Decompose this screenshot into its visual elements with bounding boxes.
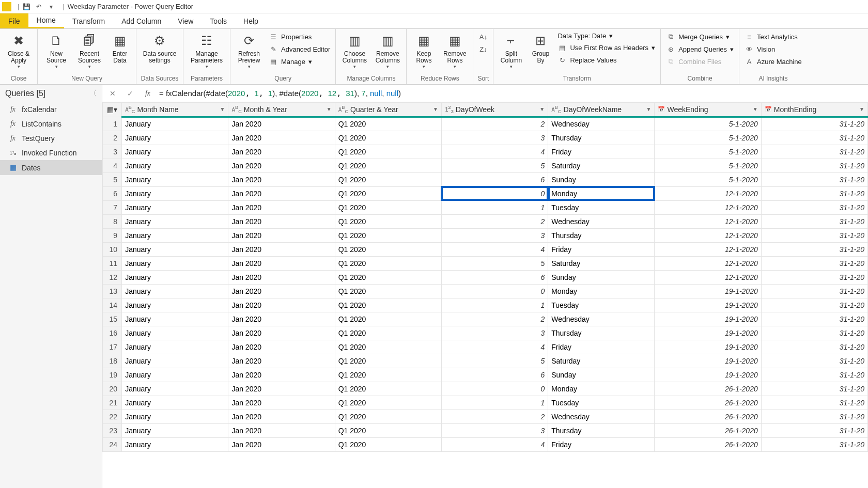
cell-down[interactable]: Wednesday bbox=[548, 214, 655, 228]
cell-monthyear[interactable]: Jan 2020 bbox=[228, 145, 335, 159]
cell-monthending[interactable]: 31-1-20 bbox=[761, 200, 867, 214]
sidebar-item-fxcalendar[interactable]: fxfxCalendar bbox=[0, 102, 102, 117]
cell-dow[interactable]: 4 bbox=[441, 145, 548, 159]
cell-monthyear[interactable]: Jan 2020 bbox=[228, 256, 335, 270]
tab-home[interactable]: Home bbox=[28, 13, 64, 28]
cell-monthending[interactable]: 31-1-20 bbox=[761, 298, 867, 312]
cell-dow[interactable]: 5 bbox=[441, 354, 548, 368]
cell-down[interactable]: Thursday bbox=[548, 228, 655, 242]
keep-rows-button[interactable]: ▦ KeepRows ▾ bbox=[410, 30, 438, 71]
cell-qy[interactable]: Q1 2020 bbox=[335, 423, 441, 437]
cell-monthyear[interactable]: Jan 2020 bbox=[228, 368, 335, 382]
cell-monthending[interactable]: 31-1-20 bbox=[761, 214, 867, 228]
cell-down[interactable]: Saturday bbox=[548, 159, 655, 172]
sidebar-item-dates[interactable]: ▦Dates bbox=[0, 160, 102, 175]
table-row[interactable]: 19JanuaryJan 2020Q1 20206Sunday19-1-2020… bbox=[103, 368, 868, 382]
cell-down[interactable]: Saturday bbox=[548, 354, 655, 368]
cell-monthname[interactable]: January bbox=[122, 214, 228, 228]
cell-weekending[interactable]: 5-1-2020 bbox=[655, 131, 761, 145]
table-row[interactable]: 17JanuaryJan 2020Q1 20204Friday19-1-2020… bbox=[103, 340, 868, 354]
data-source-settings-button[interactable]: ⚙ Data sourcesettings bbox=[140, 30, 180, 66]
cell-dow[interactable]: 4 bbox=[441, 437, 548, 451]
cell-weekending[interactable]: 12-1-2020 bbox=[655, 214, 761, 228]
remove-columns-button[interactable]: ▥ RemoveColumns ▾ bbox=[372, 30, 403, 71]
cell-qy[interactable]: Q1 2020 bbox=[335, 172, 441, 186]
tab-view[interactable]: View bbox=[169, 13, 202, 28]
datatype-icon[interactable]: ABC bbox=[338, 105, 348, 114]
cell-dow[interactable]: 3 bbox=[441, 131, 548, 145]
table-row[interactable]: 10JanuaryJan 2020Q1 20204Friday12-1-2020… bbox=[103, 242, 868, 256]
cell-dow[interactable]: 4 bbox=[441, 340, 548, 354]
cell-weekending[interactable]: 12-1-2020 bbox=[655, 270, 761, 284]
cell-down[interactable]: Sunday bbox=[548, 270, 655, 284]
cell-monthname[interactable]: January bbox=[122, 228, 228, 242]
cell-monthname[interactable]: January bbox=[122, 200, 228, 214]
row-number[interactable]: 11 bbox=[103, 256, 122, 270]
save-icon[interactable]: 💾 bbox=[22, 3, 30, 11]
cell-monthyear[interactable]: Jan 2020 bbox=[228, 131, 335, 145]
cell-monthyear[interactable]: Jan 2020 bbox=[228, 117, 335, 131]
row-number[interactable]: 6 bbox=[103, 186, 122, 200]
cell-down[interactable]: Tuesday bbox=[548, 396, 655, 410]
cell-monthending[interactable]: 31-1-20 bbox=[761, 242, 867, 256]
cell-weekending[interactable]: 12-1-2020 bbox=[655, 228, 761, 242]
datatype-icon[interactable]: ABC bbox=[231, 105, 241, 114]
vision-button[interactable]: 👁Vision bbox=[742, 43, 804, 55]
column-header-qy[interactable]: ABCQuarter & Year▼ bbox=[335, 103, 441, 117]
cell-qy[interactable]: Q1 2020 bbox=[335, 340, 441, 354]
row-number[interactable]: 8 bbox=[103, 214, 122, 228]
cell-qy[interactable]: Q1 2020 bbox=[335, 145, 441, 159]
cell-qy[interactable]: Q1 2020 bbox=[335, 214, 441, 228]
row-number[interactable]: 3 bbox=[103, 145, 122, 159]
formula-text[interactable]: = fxCalendar(#date(2020, 1, 1), #date(20… bbox=[159, 89, 864, 98]
column-header-down[interactable]: ABCDayOfWeekName▼ bbox=[548, 103, 655, 117]
cell-monthname[interactable]: January bbox=[122, 270, 228, 284]
column-header-dow[interactable]: 123DayOfWeek▼ bbox=[441, 103, 548, 117]
table-row[interactable]: 6JanuaryJan 2020Q1 20200Monday12-1-20203… bbox=[103, 186, 868, 200]
cell-monthending[interactable]: 31-1-20 bbox=[761, 382, 867, 396]
text-analytics-button[interactable]: ≡Text Analytics bbox=[742, 31, 804, 42]
cell-monthending[interactable]: 31-1-20 bbox=[761, 186, 867, 200]
table-row[interactable]: 13JanuaryJan 2020Q1 20200Monday19-1-2020… bbox=[103, 284, 868, 298]
group-by-button[interactable]: ⊞ GroupBy bbox=[528, 30, 553, 66]
cell-down[interactable]: Wednesday bbox=[548, 312, 655, 326]
row-number[interactable]: 20 bbox=[103, 382, 122, 396]
undo-icon[interactable]: ↶ bbox=[35, 3, 43, 11]
cell-dow[interactable]: 2 bbox=[441, 312, 548, 326]
filter-dropdown-icon[interactable]: ▼ bbox=[220, 106, 225, 112]
cell-dow[interactable]: 5 bbox=[441, 159, 548, 172]
table-row[interactable]: 11JanuaryJan 2020Q1 20205Saturday12-1-20… bbox=[103, 256, 868, 270]
cell-down[interactable]: Sunday bbox=[548, 172, 655, 186]
table-row[interactable]: 22JanuaryJan 2020Q1 20202Wednesday26-1-2… bbox=[103, 410, 868, 423]
cell-dow[interactable]: 6 bbox=[441, 270, 548, 284]
cell-weekending[interactable]: 12-1-2020 bbox=[655, 200, 761, 214]
remove-rows-button[interactable]: ▦ RemoveRows ▾ bbox=[440, 30, 470, 71]
cell-dow[interactable]: 1 bbox=[441, 298, 548, 312]
cell-weekending[interactable]: 26-1-2020 bbox=[655, 423, 761, 437]
recent-sources-button[interactable]: 🗐 RecentSources ▾ bbox=[74, 30, 105, 71]
sidebar-item-listcontains[interactable]: fxListContains bbox=[0, 117, 102, 131]
cell-qy[interactable]: Q1 2020 bbox=[335, 298, 441, 312]
row-number[interactable]: 13 bbox=[103, 284, 122, 298]
cell-weekending[interactable]: 19-1-2020 bbox=[655, 298, 761, 312]
data-type-button[interactable]: Data Type: Date ▾ bbox=[555, 31, 657, 41]
cell-monthending[interactable]: 31-1-20 bbox=[761, 437, 867, 451]
row-number[interactable]: 9 bbox=[103, 228, 122, 242]
cell-weekending[interactable]: 19-1-2020 bbox=[655, 368, 761, 382]
cell-dow[interactable]: 1 bbox=[441, 200, 548, 214]
cell-monthending[interactable]: 31-1-20 bbox=[761, 172, 867, 186]
cell-dow[interactable]: 6 bbox=[441, 368, 548, 382]
cell-dow[interactable]: 5 bbox=[441, 256, 548, 270]
cell-monthyear[interactable]: Jan 2020 bbox=[228, 340, 335, 354]
cell-monthname[interactable]: January bbox=[122, 131, 228, 145]
table-row[interactable]: 15JanuaryJan 2020Q1 20202Wednesday19-1-2… bbox=[103, 312, 868, 326]
cell-monthyear[interactable]: Jan 2020 bbox=[228, 312, 335, 326]
advanced-editor-button[interactable]: ✎Advanced Editor bbox=[267, 43, 332, 55]
cell-dow[interactable]: 3 bbox=[441, 423, 548, 437]
cell-down[interactable]: Sunday bbox=[548, 368, 655, 382]
refresh-preview-button[interactable]: ⟳ RefreshPreview ▾ bbox=[234, 30, 265, 71]
filter-dropdown-icon[interactable]: ▼ bbox=[327, 106, 332, 112]
cell-monthyear[interactable]: Jan 2020 bbox=[228, 159, 335, 172]
cell-down[interactable]: Thursday bbox=[548, 326, 655, 340]
cell-monthyear[interactable]: Jan 2020 bbox=[228, 437, 335, 451]
